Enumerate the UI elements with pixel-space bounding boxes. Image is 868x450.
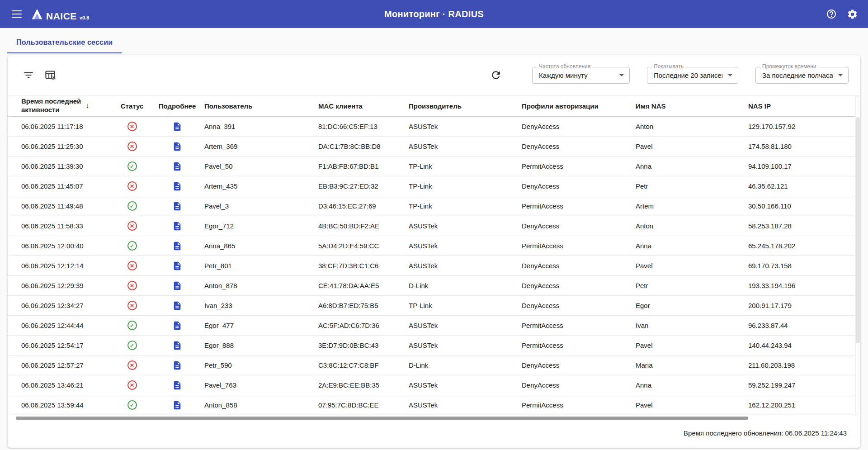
details-button[interactable]: [171, 379, 183, 391]
header-mac[interactable]: MAC клиента: [318, 102, 409, 110]
card-footer: Время последнего обновления: 06.06.2025 …: [8, 421, 860, 448]
cell-last-activity: 06.06.2025 13:59:44: [21, 401, 114, 409]
column-settings-icon[interactable]: [43, 68, 57, 82]
menu-icon[interactable]: [9, 6, 24, 22]
cell-nas-name: Pavel: [636, 401, 748, 409]
cell-user: Anton_878: [204, 282, 318, 289]
cell-last-activity: 06.06.2025 12:00:40: [21, 242, 114, 250]
time-window-select[interactable]: Промежуток времени За последние полчаса: [755, 67, 849, 84]
cell-user: Egor_888: [204, 341, 318, 349]
cell-user: Artem_369: [204, 142, 318, 150]
cell-details: [150, 300, 204, 312]
status-denied-icon: ✕: [127, 181, 137, 191]
help-icon[interactable]: [825, 7, 838, 21]
cell-last-activity: 06.06.2025 11:45:07: [21, 182, 114, 190]
cell-last-activity: 06.06.2025 12:54:17: [21, 341, 114, 349]
header-details[interactable]: Подробнее: [150, 102, 204, 110]
cell-mac: 2A:E9:BC:EE:BB:35: [318, 381, 409, 389]
cell-status: ✕: [114, 380, 150, 390]
cell-vendor: ASUSTek: [409, 322, 522, 329]
cell-nas-ip: 30.50.166.110: [748, 202, 855, 210]
cell-mac: 38:CF:7D:3B:C1:C6: [318, 262, 409, 270]
details-button[interactable]: [171, 280, 183, 292]
cell-nas-ip: 69.170.73.158: [748, 262, 855, 270]
details-button[interactable]: [171, 220, 183, 232]
cell-auth-profile: DenyAccess: [522, 142, 636, 150]
last-update-text: Время последнего обновления: 06.06.2025 …: [684, 429, 847, 437]
cell-user: Artem_435: [204, 182, 318, 190]
cell-nas-ip: 200.91.17.179: [748, 302, 855, 309]
cell-nas-name: Egor: [636, 302, 748, 309]
table-row: 06.06.2025 11:45:07✕Artem_435EB:B3:9C:27…: [8, 176, 860, 196]
cell-auth-profile: PermitAccess: [522, 341, 636, 349]
cell-details: [150, 240, 204, 252]
details-button[interactable]: [171, 340, 183, 351]
chevron-down-icon: [728, 74, 732, 76]
cell-vendor: ASUSTek: [409, 242, 522, 250]
cell-nas-name: Anton: [636, 222, 748, 230]
cell-vendor: ASUSTek: [409, 123, 522, 130]
header-nas-ip[interactable]: NAS IP: [748, 102, 855, 110]
cell-mac: 07:95:7C:8D:BC:EE: [318, 401, 409, 409]
details-button[interactable]: [171, 360, 183, 371]
cell-last-activity: 06.06.2025 12:44:44: [21, 322, 114, 329]
cell-user: Petr_590: [204, 361, 318, 369]
cell-last-activity: 06.06.2025 12:57:27: [21, 361, 114, 369]
cell-nas-name: Ivan: [636, 322, 748, 329]
refresh-rate-label: Частота обновления: [537, 64, 593, 70]
cell-auth-profile: PermitAccess: [522, 162, 636, 170]
cell-status: ✕: [114, 181, 150, 191]
details-button[interactable]: [171, 141, 183, 152]
cell-last-activity: 06.06.2025 13:46:21: [21, 381, 114, 389]
details-button[interactable]: [171, 180, 183, 192]
status-permitted-icon: ✓: [127, 161, 137, 171]
header-last-activity[interactable]: Время последней активности ↓: [21, 97, 114, 114]
details-button[interactable]: [171, 399, 183, 411]
table-row: 06.06.2025 12:29:39✕Anton_878CE:41:78:DA…: [8, 276, 860, 296]
settings-gear-icon[interactable]: [845, 7, 859, 21]
cell-nas-ip: 65.245.178.202: [748, 242, 855, 250]
refresh-rate-select[interactable]: Частота обновления Каждую минуту: [532, 67, 630, 84]
cell-nas-ip: 162.12.200.251: [748, 401, 855, 409]
header-nas-name[interactable]: Имя NAS: [636, 102, 748, 110]
show-count-select[interactable]: Показывать Последние 20 записей: [647, 67, 738, 84]
cell-auth-profile: DenyAccess: [522, 302, 636, 309]
show-count-value: Последние 20 записей: [654, 71, 722, 79]
cell-mac: F1:AB:FB:67:BD:B1: [318, 162, 409, 170]
header-status[interactable]: Статус: [114, 102, 150, 110]
horizontal-scrollbar-thumb[interactable]: [16, 417, 748, 420]
cell-auth-profile: PermitAccess: [522, 202, 636, 210]
vertical-scrollbar-thumb[interactable]: [856, 117, 860, 343]
cell-nas-name: Pavel: [636, 142, 748, 150]
details-button[interactable]: [171, 240, 183, 252]
filter-icon[interactable]: [21, 68, 36, 82]
cell-last-activity: 06.06.2025 11:39:30: [21, 162, 114, 170]
appbar-actions: [825, 7, 859, 21]
horizontal-scrollbar: [8, 415, 860, 421]
details-button[interactable]: [171, 320, 183, 332]
cell-user: Petr_801: [204, 262, 318, 270]
refresh-icon[interactable]: [489, 68, 503, 82]
header-user[interactable]: Пользователь: [204, 102, 318, 110]
sort-desc-icon[interactable]: ↓: [85, 102, 89, 110]
cell-mac: 5A:D4:2D:E4:59:CC: [318, 242, 409, 250]
tab-user-sessions[interactable]: Пользовательские сессии: [7, 30, 122, 53]
details-button[interactable]: [171, 260, 183, 272]
details-button[interactable]: [171, 300, 183, 312]
cell-details: [150, 340, 204, 351]
cell-auth-profile: DenyAccess: [522, 222, 636, 230]
cell-status: ✕: [114, 122, 150, 131]
cell-status: ✓: [114, 241, 150, 251]
status-denied-icon: ✕: [127, 301, 137, 310]
header-auth-profile[interactable]: Профили авторизации: [522, 102, 636, 110]
table-row: 06.06.2025 12:44:44✓Egor_477AC:5F:AD:C6:…: [8, 316, 860, 336]
status-permitted-icon: ✓: [127, 321, 137, 330]
status-permitted-icon: ✓: [127, 400, 137, 410]
cell-status: ✓: [114, 321, 150, 330]
cell-mac: EB:B3:9C:27:ED:32: [318, 182, 409, 190]
details-button[interactable]: [171, 121, 183, 133]
details-button[interactable]: [171, 200, 183, 212]
cell-mac: AC:5F:AD:C6:7D:36: [318, 322, 409, 329]
header-vendor[interactable]: Производитель: [409, 102, 522, 110]
details-button[interactable]: [171, 161, 183, 172]
